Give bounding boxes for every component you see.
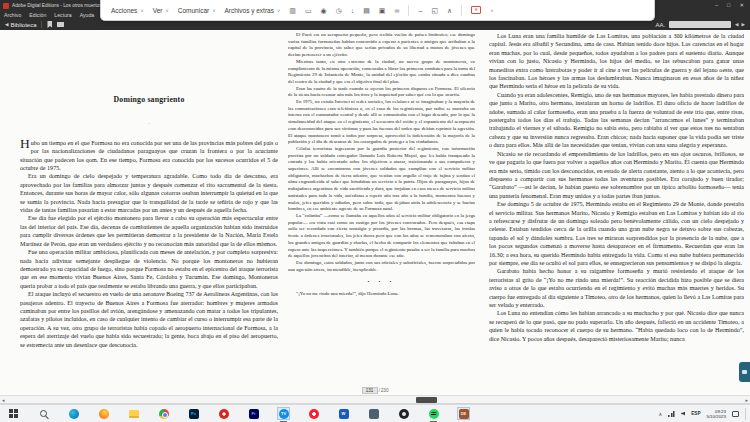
menu-archivo[interactable]: Archivo (4, 12, 21, 18)
paragraph: Garabato había hecho honor a su raigambr… (489, 267, 744, 309)
taskbar-ade-button[interactable]: DE (458, 408, 469, 419)
taskbar-photoshop-button[interactable]: Ps (188, 408, 199, 419)
chevron-down-icon: ∨ (277, 8, 280, 13)
media-app-icon (399, 409, 409, 419)
maximize-button[interactable]: □ (727, 1, 730, 9)
paragraph: Cuando ya eran adolescentes, Remigio, un… (489, 91, 744, 150)
participants-icon[interactable]: ◉ (321, 7, 327, 14)
screenshot-icon[interactable]: ▣ (379, 7, 386, 14)
back-to-library-button[interactable]: ◀ Biblioteca (5, 22, 36, 28)
taskbar-edge-button[interactable] (68, 408, 79, 419)
taskbar-teamviewer-button[interactable]: TV (278, 408, 289, 419)
stats-icon[interactable]: ▥ (289, 7, 296, 14)
toolbar-menu-acciones[interactable]: Acciones∨ (111, 7, 144, 14)
chat-panel-handle[interactable] (739, 362, 750, 382)
scene-break: • • • (288, 279, 475, 286)
ade-app-icon (3, 3, 9, 9)
toolbar-menu-ver[interactable]: Ver∨ (153, 7, 169, 14)
taskbar-acrobat-button[interactable] (218, 408, 229, 419)
chevron-down-icon: ∨ (212, 8, 215, 13)
paragraph: Células terroristas ingresaron por la gu… (288, 146, 475, 213)
toolbar-resize-icon[interactable]: ◱ (431, 7, 438, 14)
taskbar-search-button[interactable] (38, 408, 49, 419)
end-session-more-icon[interactable]: ∨ (490, 8, 493, 13)
clock[interactable]: 09:23 5/10/2023 (706, 409, 726, 419)
previous-page-button[interactable]: ◀ (735, 22, 738, 27)
connection-icon[interactable]: ∞ (394, 7, 399, 14)
paragraph: Los Luna eran una familia humilde de Las… (489, 32, 744, 91)
page-separator: / (379, 388, 380, 393)
paragraph: Fue una operación militar ambiciosa, pla… (20, 248, 278, 290)
paragraph: Nicasio se ríe recordando el emprendimie… (489, 150, 744, 200)
taskbar-spotify-button[interactable] (428, 408, 439, 419)
taskbar-word-button[interactable]: W (338, 408, 349, 419)
notification-center-icon[interactable] (732, 411, 739, 417)
page-number-input[interactable] (362, 387, 378, 394)
bookmark-icon[interactable] (47, 21, 52, 28)
slider-left-arrow[interactable]: ◂ (2, 397, 5, 404)
session-clock-icon[interactable]: ◷ (336, 7, 342, 14)
volume-icon[interactable] (681, 412, 685, 416)
chat-bubble-icon (742, 370, 747, 374)
acrobat-icon (219, 409, 229, 419)
search-input[interactable] (669, 21, 731, 28)
paragraph: El Pucú era un aeropuerto pequeño, pero … (288, 32, 475, 59)
divider (41, 21, 42, 28)
toolbar-menu-archivos-extras[interactable]: Archivos y extras∨ (224, 7, 280, 14)
taskbar-explorer-button[interactable] (128, 408, 139, 419)
opera-icon (309, 409, 319, 419)
download-icon[interactable]: ↓ (351, 7, 355, 14)
taskbar-calculator-button[interactable] (368, 408, 379, 419)
whiteboard-icon[interactable]: ▭ (305, 7, 312, 14)
next-page-button[interactable]: ▶ (742, 22, 745, 27)
paragraph: La “colimba” —como se llamaba en aquello… (288, 213, 475, 260)
minimize-button[interactable]: – (715, 1, 718, 9)
paragraph: Hubo un tiempo en el que Formosa no era … (20, 139, 278, 173)
show-desktop-divider[interactable] (745, 408, 746, 420)
window-title: Adobe Digital Editions - Los otros muert… (12, 3, 102, 8)
tray-date: 5/10/2023 (706, 414, 726, 419)
menu-edicion[interactable]: Edición (29, 12, 46, 18)
paragraph: Eran las cuatro de la tarde cuando se oy… (288, 86, 475, 99)
taskbar-media-app-button[interactable] (398, 408, 409, 419)
end-session-icon[interactable]: ✕ (471, 6, 481, 14)
drop-cap: H (20, 139, 31, 149)
taskbar-firefox-button[interactable] (98, 408, 109, 419)
book-column-middle: El Pucú era un aeropuerto pequeño, pero … (288, 32, 475, 386)
book-column-left: Domingo sangriento · Hubo un tiempo en e… (20, 32, 278, 386)
screen: Adobe Digital Editions - Los otros muert… (0, 0, 750, 422)
menu-bar: Archivo Edición Lectura Ayuda (4, 11, 94, 19)
toolbar-minimize-icon[interactable]: – (418, 7, 422, 14)
close-button[interactable]: ✕ (739, 1, 744, 9)
taskbar-opera-button[interactable] (308, 408, 319, 419)
language-indicator[interactable]: ESP (691, 411, 700, 416)
toolbar-collapse-icon[interactable]: ∧ (447, 7, 452, 14)
teamviewer-icon: TV (279, 409, 289, 419)
section-mark: · (20, 120, 278, 128)
taskbar-premiere-button[interactable]: Pr (248, 408, 259, 419)
firefox-icon (99, 409, 109, 419)
table-of-contents-icon[interactable] (57, 22, 64, 27)
taskbar: Ps Pr TV W DE ∧ ESP 09:23 5/10/2023 (0, 404, 750, 422)
hidden-icons-chevron[interactable]: ∧ (659, 411, 663, 417)
chapter-title: Domingo sangriento (20, 96, 278, 104)
page-indicator: / 230 (0, 386, 750, 395)
menu-ayuda[interactable]: Ayuda (80, 12, 95, 18)
network-icon[interactable] (668, 411, 675, 417)
font-size-button[interactable]: AA. (655, 22, 665, 28)
divider (461, 5, 462, 16)
spotify-icon (429, 409, 439, 419)
paragraph: Ese domingo 5 de octubre de 1975, Hermin… (489, 200, 744, 267)
page-slider-thumb[interactable] (416, 397, 437, 403)
toolbar-menu-comunicar[interactable]: Comunicar∨ (178, 7, 216, 14)
taskbar-chrome-button[interactable] (158, 408, 169, 419)
annotate-icon[interactable]: ▤ (363, 7, 370, 14)
search-icon (40, 410, 47, 417)
menu-lectura[interactable]: Lectura (54, 12, 71, 18)
slider-right-arrow[interactable]: ▸ (745, 397, 748, 404)
paragraph: El ataque incluyó el secuestro en vuelo … (20, 290, 278, 349)
file-explorer-icon (129, 410, 139, 418)
premiere-icon: Pr (249, 409, 259, 419)
start-button[interactable] (8, 408, 19, 419)
page-slider-track[interactable]: ◂ ▸ (0, 395, 750, 404)
